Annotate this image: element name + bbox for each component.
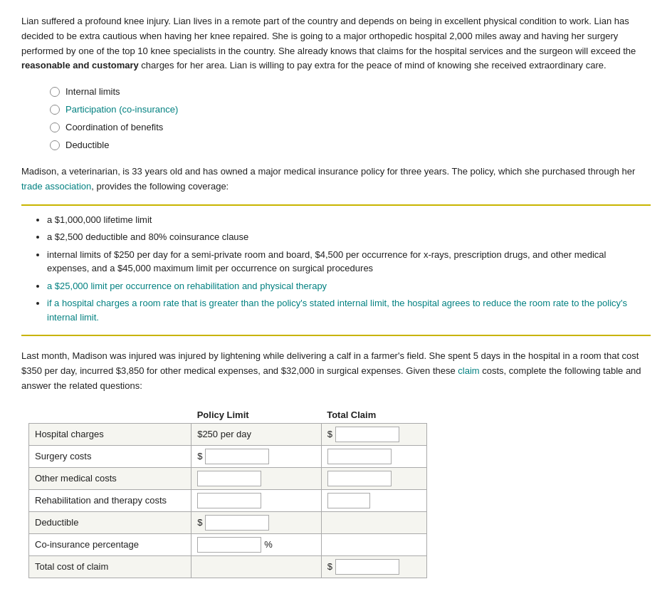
scenario2-paragraph: Madison, a veterinarian, is 33 years old… <box>21 165 651 194</box>
radio-button-deductible[interactable] <box>50 140 60 150</box>
table-row-surgery: Surgery costs $ <box>29 445 427 467</box>
cell-policy-coinsurance[interactable]: % <box>191 533 322 555</box>
cell-policy-total <box>191 555 322 578</box>
cell-policy-hospital: $250 per day <box>191 423 322 445</box>
dollar-sign-total: $ <box>327 561 332 572</box>
percent-sign-coinsurance: % <box>264 539 273 550</box>
table-row-hospital: Hospital charges $250 per day $ <box>29 423 427 445</box>
input-total-surgery[interactable] <box>327 449 392 464</box>
radio-button-coordination[interactable] <box>50 122 60 132</box>
cell-policy-other-medical[interactable] <box>191 467 322 489</box>
cell-total-total[interactable]: $ <box>321 555 426 578</box>
cell-label-coinsurance: Co-insurance percentage <box>29 533 191 555</box>
cell-total-rehab[interactable] <box>321 489 426 511</box>
cell-policy-surgery[interactable]: $ <box>191 445 322 467</box>
dollar-sign-hospital: $ <box>327 429 332 439</box>
table-row-coinsurance: Co-insurance percentage % <box>29 533 427 555</box>
radio-item-internal-limits[interactable]: Internal limits <box>50 86 651 97</box>
cell-total-hospital[interactable]: $ <box>321 423 426 445</box>
input-total-other-medical[interactable] <box>327 471 392 486</box>
answer-options: Internal limits Participation (co-insura… <box>50 86 651 150</box>
policy-coverage-box: a $1,000,000 lifetime limit a $2,500 ded… <box>21 204 651 337</box>
table-row-total: Total cost of claim $ <box>29 555 427 578</box>
cell-policy-deductible[interactable]: $ <box>191 511 322 533</box>
input-policy-coinsurance[interactable] <box>197 537 261 553</box>
cell-total-coinsurance <box>321 533 426 555</box>
policy-bullet-list: a $1,000,000 lifetime limit a $2,500 ded… <box>34 213 638 325</box>
intro-paragraph: Lian suffered a profound knee injury. Li… <box>21 14 651 73</box>
input-total-total[interactable] <box>335 559 399 575</box>
scenario3-paragraph: Last month, Madison was injured was inju… <box>21 349 651 393</box>
claim-table-section: Policy Limit Total Claim Hospital charge… <box>21 407 651 578</box>
bullet-rehab-limit: a $25,000 limit per occurrence on rehabi… <box>47 279 638 293</box>
cell-label-total: Total cost of claim <box>29 555 191 578</box>
input-policy-deductible[interactable] <box>205 515 269 531</box>
col-header-policy-limit: Policy Limit <box>191 407 322 424</box>
bullet-internal-limits: internal limits of $250 per day for a se… <box>47 248 638 276</box>
bullet-room-rate: if a hospital charges a room rate that i… <box>47 296 638 324</box>
input-total-hospital[interactable] <box>335 427 399 442</box>
dollar-sign-surgery-policy: $ <box>197 451 202 461</box>
input-policy-surgery[interactable] <box>205 449 269 464</box>
radio-label-coordination: Coordination of benefits <box>65 122 163 132</box>
bullet-deductible-coinsurance: a $2,500 deductible and 80% coinsurance … <box>47 230 638 244</box>
input-policy-rehab[interactable] <box>197 493 261 508</box>
input-total-rehab[interactable] <box>327 493 370 508</box>
cell-label-surgery: Surgery costs <box>29 445 191 467</box>
bold-phrase: reasonable and customary <box>21 60 139 71</box>
radio-button-participation[interactable] <box>50 105 60 115</box>
input-policy-other-medical[interactable] <box>197 471 261 486</box>
cell-total-other-medical[interactable] <box>321 467 426 489</box>
col-header-total-claim: Total Claim <box>321 407 426 424</box>
cell-label-deductible: Deductible <box>29 511 191 533</box>
table-row-rehab: Rehabilitation and therapy costs <box>29 489 427 511</box>
col-header-label <box>29 407 191 424</box>
cell-total-surgery[interactable] <box>321 445 426 467</box>
radio-label-participation: Participation (co-insurance) <box>65 104 178 115</box>
cell-policy-rehab[interactable] <box>191 489 322 511</box>
table-row-other-medical: Other medical costs <box>29 467 427 489</box>
radio-item-deductible[interactable]: Deductible <box>50 140 651 150</box>
hospital-policy-limit-text: $250 per day <box>197 429 251 439</box>
claim-table: Policy Limit Total Claim Hospital charge… <box>28 407 427 578</box>
radio-item-participation[interactable]: Participation (co-insurance) <box>50 104 651 115</box>
radio-label-internal-limits: Internal limits <box>65 86 120 97</box>
cell-label-other-medical: Other medical costs <box>29 467 191 489</box>
bullet-lifetime-limit: a $1,000,000 lifetime limit <box>47 213 638 227</box>
table-row-deductible: Deductible $ <box>29 511 427 533</box>
radio-button-internal-limits[interactable] <box>50 87 60 97</box>
cell-total-deductible <box>321 511 426 533</box>
radio-item-coordination[interactable]: Coordination of benefits <box>50 122 651 132</box>
radio-label-deductible: Deductible <box>65 140 109 150</box>
cell-label-rehab: Rehabilitation and therapy costs <box>29 489 191 511</box>
cell-label-hospital: Hospital charges <box>29 423 191 445</box>
dollar-sign-deductible-policy: $ <box>197 517 202 528</box>
